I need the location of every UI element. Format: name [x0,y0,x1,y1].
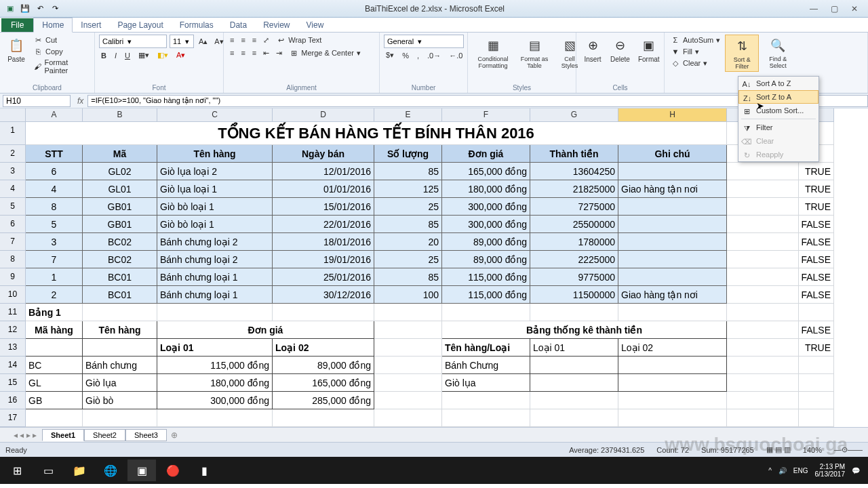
cell-ngay[interactable]: 22/01/2016 [273,216,374,233]
t3-ten[interactable]: Bánh Chưng [442,357,530,374]
format-painter-button[interactable]: 🖌Format Painter [31,58,90,75]
cell[interactable] [618,409,727,427]
t2-ma[interactable]: GL [26,374,83,392]
t2-ten[interactable]: Bánh chưng [83,357,157,374]
tab-review[interactable]: Review [255,18,298,32]
cell-tt[interactable]: 9775000 [530,268,618,286]
cell-gc[interactable]: Giao hàng tận nơi [618,180,727,198]
cell-ten[interactable]: Giò bò loại 1 [157,216,273,233]
clear-button[interactable]: ◇Clear▾ [669,58,722,68]
col-gc[interactable]: Ghi chú [618,145,727,163]
column-header[interactable]: C [157,108,273,122]
start-button[interactable]: ⊞ [3,460,31,481]
cell-stt[interactable]: 8 [26,198,83,216]
t3-h-l1[interactable]: Loại 01 [530,339,618,357]
col-ma[interactable]: Mã [83,145,157,163]
cell-j[interactable]: FALSE [799,321,834,339]
t2-l1[interactable]: 180,000 đồng [157,374,273,392]
cell-sl[interactable]: 25 [374,251,442,268]
sheet-tab-2[interactable]: Sheet2 [84,429,125,441]
cell-ma[interactable]: GB01 [83,216,157,233]
currency-icon[interactable]: $▾ [384,50,396,60]
t2-l2[interactable]: 89,000 đồng [273,357,374,374]
cell-ma[interactable]: BC02 [83,251,157,268]
cell-stt[interactable]: 1 [26,268,83,286]
italic-button[interactable]: I [113,50,119,60]
cell-j[interactable]: FALSE [799,286,834,304]
sheet-title[interactable]: TỔNG KẾT BÁN HÀNG TẾT BÍNH THÂN 2016 [26,122,727,145]
align-middle-icon[interactable]: ≡ [239,35,247,45]
format-cells-button[interactable]: ▣Format [635,35,663,64]
t2-ma[interactable]: BC [26,357,83,374]
col-stt[interactable]: STT [26,145,83,163]
merge-center-button[interactable]: ⊞Merge & Center▾ [287,47,363,58]
cell[interactable] [727,163,799,180]
cell[interactable] [727,321,799,339]
cell-sl[interactable]: 20 [374,233,442,251]
row-header[interactable]: 1 [0,122,26,145]
t2-h-l1[interactable]: Loại 01 [157,339,273,357]
row-header[interactable]: 15 [0,374,26,392]
cell-ma[interactable]: GB01 [83,198,157,216]
grow-font-icon[interactable]: A▴ [197,35,210,48]
cell[interactable] [374,339,442,357]
cell[interactable] [799,357,834,374]
cell-gc[interactable] [618,233,727,251]
save-icon[interactable]: 💾 [19,3,31,15]
column-header[interactable]: A [26,108,83,122]
language-indicator[interactable]: ENG [793,467,808,474]
percent-icon[interactable]: % [400,50,411,60]
cell[interactable] [727,268,799,286]
number-format-combo[interactable]: General▾ [384,35,464,48]
row-header[interactable]: 16 [0,392,26,409]
cell-dg[interactable]: 300,000 đồng [442,216,530,233]
col-tt[interactable]: Thành tiền [530,145,618,163]
cell-j[interactable]: TRUE [799,180,834,198]
cell-tt[interactable]: 25500000 [530,216,618,233]
t2-ten[interactable]: Giò lụa [83,374,157,392]
cell[interactable] [374,321,442,339]
cell[interactable] [83,339,157,357]
bold-button[interactable]: B [99,50,108,60]
close-button[interactable]: ✕ [845,3,864,15]
conditional-formatting-button[interactable]: ▦Conditional Formatting [472,35,514,70]
fill-button[interactable]: ▼Fill▾ [669,46,722,57]
autosum-button[interactable]: ΣAutoSum▾ [669,35,722,45]
cell-ngay[interactable]: 19/01/2016 [273,251,374,268]
cell[interactable] [374,392,442,409]
row-header[interactable]: 10 [0,286,26,304]
col-ten[interactable]: Tên hàng [157,145,273,163]
cell[interactable] [157,409,273,427]
column-header[interactable]: F [442,108,530,122]
cell[interactable] [530,357,618,374]
notifications-icon[interactable]: 💬 [852,467,860,474]
row-header[interactable]: 2 [0,145,26,163]
underline-button[interactable]: U [123,50,132,60]
t3-title[interactable]: Bảng thống kê thành tiền [442,321,727,339]
sort-a-to-z[interactable]: A↓Sort A to Z [738,77,818,90]
col-ngay[interactable]: Ngày bán [273,145,374,163]
format-as-table-button[interactable]: ▤Format as Table [517,35,552,70]
fill-color-button[interactable]: ◧▾ [155,50,170,60]
file-tab[interactable]: File [1,18,33,32]
tray-up-icon[interactable]: ^ [768,467,772,474]
tab-insert[interactable]: Insert [73,18,109,32]
cell[interactable] [374,304,442,321]
new-sheet-icon[interactable]: ⊕ [171,430,178,440]
align-right-icon[interactable]: ≡ [250,48,258,58]
cut-button[interactable]: ✂Cut [31,35,90,45]
cell[interactable] [727,180,799,198]
cell[interactable] [530,409,618,427]
filter-item[interactable]: ⧩Filter [738,121,818,134]
t2-l1[interactable]: 300,000 đồng [157,392,273,409]
row-header[interactable]: 8 [0,251,26,268]
cell[interactable] [374,374,442,392]
cell-gc[interactable] [618,268,727,286]
cell[interactable] [374,409,442,427]
cell-gc[interactable]: Giao hàng tận nơi [618,286,727,304]
cell[interactable] [83,409,157,427]
dec-decimal-icon[interactable]: ←.0 [447,50,465,60]
cell-gc[interactable] [618,163,727,180]
volume-icon[interactable]: 🔊 [778,467,787,474]
t2-h-dg[interactable]: Đơn giá [157,321,374,339]
